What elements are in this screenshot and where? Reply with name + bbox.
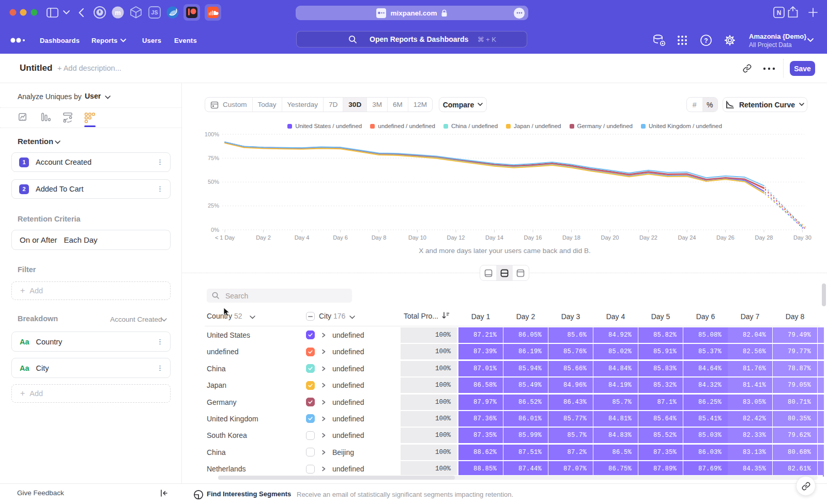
svg-text:0%: 0% bbox=[211, 227, 219, 233]
svg-text:Day 20: Day 20 bbox=[601, 234, 619, 241]
svg-text:Day 10: Day 10 bbox=[408, 234, 426, 241]
svg-text:Day 4: Day 4 bbox=[295, 234, 310, 241]
svg-text:< 1 Day: < 1 Day bbox=[215, 234, 235, 241]
svg-text:Day 2: Day 2 bbox=[256, 234, 271, 241]
svg-text:Day 24: Day 24 bbox=[678, 234, 696, 241]
svg-text:Day 22: Day 22 bbox=[639, 234, 657, 241]
svg-text:100%: 100% bbox=[205, 131, 219, 137]
svg-text:Day 8: Day 8 bbox=[372, 234, 387, 241]
svg-text:Day 12: Day 12 bbox=[447, 234, 465, 241]
svg-text:Day 14: Day 14 bbox=[485, 234, 503, 241]
svg-text:Day 28: Day 28 bbox=[755, 234, 773, 241]
svg-text:Day 30: Day 30 bbox=[793, 234, 811, 241]
svg-text:Day 26: Day 26 bbox=[716, 234, 734, 241]
svg-text:50%: 50% bbox=[208, 179, 219, 185]
svg-text:Day 18: Day 18 bbox=[562, 234, 580, 241]
svg-text:25%: 25% bbox=[208, 202, 219, 209]
svg-text:Day 16: Day 16 bbox=[524, 234, 542, 241]
svg-text:Day 6: Day 6 bbox=[333, 234, 348, 241]
svg-text:75%: 75% bbox=[208, 155, 219, 161]
